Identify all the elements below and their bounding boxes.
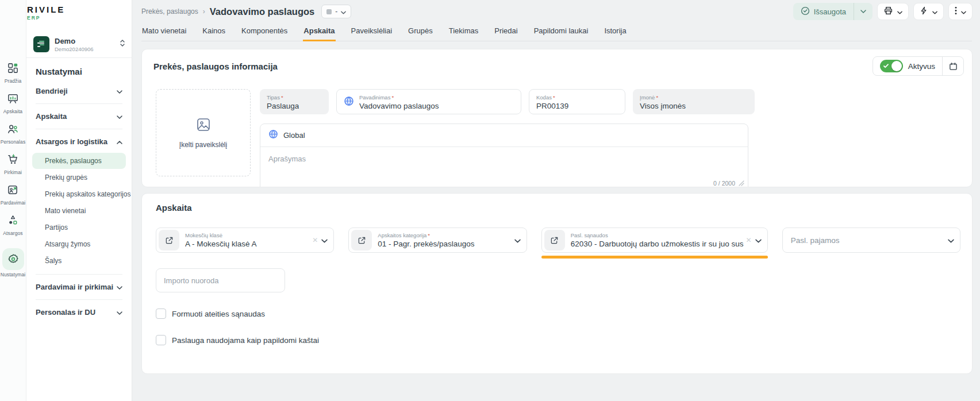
chevron-down-icon	[117, 87, 122, 95]
chevron-down-icon	[514, 235, 521, 245]
tab-tiekimas[interactable]: Tiekimas	[448, 24, 479, 41]
checkbox-label: Paslauga naudojama kaip papildomi kaštai	[172, 336, 319, 345]
chevron-down-icon	[755, 235, 762, 245]
globe-icon	[268, 129, 278, 141]
rail-item-nustatymai[interactable]: Nustatymai	[0, 248, 26, 277]
sidebar-item-salys[interactable]: Šalys	[32, 253, 126, 269]
cart-icon	[7, 153, 19, 168]
required-star: *	[553, 94, 555, 101]
more-menu-button[interactable]	[948, 3, 973, 20]
sidebar-group-atsargos-ir-logistika[interactable]: Atsargos ir logistika	[26, 130, 132, 153]
kodas-field[interactable]: Kodas* PR00139	[529, 89, 625, 114]
external-link-button[interactable]	[159, 230, 179, 250]
description-language-row[interactable]: Global	[260, 124, 748, 147]
description-textarea[interactable]: Aprašymas	[260, 147, 748, 177]
description-placeholder: Aprašymas	[268, 155, 306, 163]
select-placeholder: Pasl. pajamos	[785, 236, 944, 245]
mokesciu-klase-select[interactable]: Mokesčių klasė A - Mokesčių klasė A ✕	[156, 228, 334, 253]
tab-priedai[interactable]: Priedai	[494, 24, 518, 41]
sidebar-item-prekes-paslaugos[interactable]: Prekės, paslaugos	[32, 153, 126, 169]
tab-apskaita[interactable]: Apskaita	[303, 24, 335, 41]
rail-item-personalas[interactable]: Personalas	[0, 123, 26, 153]
external-link-button[interactable]	[544, 230, 565, 250]
rail-item-atsargos[interactable]: Atsargos	[0, 214, 26, 245]
chart-board-icon	[7, 92, 19, 107]
rail-label: Atsargos	[3, 230, 22, 236]
tab-papildomi-laukai[interactable]: Papildomi laukai	[533, 24, 589, 41]
field-label: Įmonė	[640, 94, 655, 101]
swatch-icon	[326, 9, 332, 14]
tab-bar: Mato vienetai Kainos Komponentės Apskait…	[141, 24, 972, 41]
sidebar-item-mato-vienetai[interactable]: Mato vienetai	[32, 203, 126, 219]
sidebar-group-personalas-ir-du[interactable]: Personalas ir DU	[26, 301, 132, 323]
rail-item-pradzia[interactable]: Pradžia	[0, 62, 26, 92]
highlight-underline	[541, 256, 768, 259]
calendar-button[interactable]	[943, 56, 963, 76]
mokesciu-klase-column: Mokesčių klasė A - Mokesčių klasė A ✕	[156, 228, 334, 259]
external-link-button[interactable]	[351, 230, 372, 250]
pasl-sanaudos-column: Pasl. sąnaudos 62030 - Darbuotojų darbo …	[541, 228, 768, 259]
brand-name: RIVILE	[27, 5, 65, 14]
clear-icon[interactable]: ✕	[312, 236, 318, 244]
chevron-down-icon	[321, 235, 328, 245]
clear-icon[interactable]: ✕	[746, 236, 752, 244]
printer-icon	[883, 6, 893, 18]
active-toggle[interactable]	[880, 60, 903, 72]
imone-field[interactable]: Įmonė* Visos įmonės	[633, 89, 755, 114]
globe-icon	[344, 96, 354, 109]
rail-label: Pirkimai	[4, 169, 22, 175]
checkbox-icon[interactable]	[156, 309, 166, 319]
kebab-menu-icon	[955, 6, 957, 17]
dashboard-icon	[7, 62, 19, 76]
rail-item-pirkimai[interactable]: Pirkimai	[0, 153, 26, 184]
tab-grupes[interactable]: Grupės	[408, 24, 433, 41]
sidebar-group-apskaita[interactable]: Apskaita	[26, 105, 132, 128]
pavadinimas-field[interactable]: Pavadinimas* Vadovavimo paslaugos	[336, 89, 521, 114]
breadcrumb-separator: ›	[203, 7, 205, 16]
tab-istorija[interactable]: Istorija	[604, 24, 627, 41]
pasl-sanaudos-select[interactable]: Pasl. sąnaudos 62030 - Darbuotojų darbo …	[541, 228, 768, 253]
image-upload-dropzone[interactable]: Įkelti paveikslėlį	[156, 89, 251, 176]
sidebar-item-prekiu-grupes[interactable]: Prekių grupės	[32, 169, 126, 186]
tab-kainos[interactable]: Kainos	[202, 24, 226, 41]
check-icon	[883, 64, 889, 68]
apskaitos-kategorija-select[interactable]: Apskaitos kategorija* 01 - Pagr. prekės/…	[348, 228, 526, 253]
checkbox-icon[interactable]	[156, 335, 166, 345]
field-label: Pavadinimas	[359, 94, 390, 101]
rail-label: Apskaita	[3, 109, 22, 114]
paslauga-papildomi-kastai-checkbox-row[interactable]: Paslauga naudojama kaip papildomi kaštai	[156, 335, 960, 345]
tab-paveiksleliai[interactable]: Paveikslėliai	[351, 24, 393, 41]
chevron-down-icon	[932, 6, 937, 17]
description-language: Global	[283, 131, 305, 140]
sidebar-item-atsargu-zymos[interactable]: Atsargų žymos	[32, 236, 126, 252]
people-icon	[7, 123, 19, 137]
print-button[interactable]	[877, 3, 909, 20]
importo-nuoroda-input[interactable]	[156, 268, 285, 292]
save-button[interactable]: Išsaugota	[793, 3, 873, 20]
pasl-pajamos-select[interactable]: Pasl. pajamos	[782, 228, 960, 253]
actions-button[interactable]	[913, 3, 944, 20]
sidebar-item-partijos[interactable]: Partijos	[32, 219, 126, 236]
group-label: Bendrieji	[36, 87, 68, 95]
tipas-field[interactable]: Tipas* Paslauga	[260, 89, 329, 114]
tab-komponentes[interactable]: Komponentės	[241, 24, 288, 41]
field-value: Paslauga	[267, 102, 299, 110]
breadcrumb[interactable]: Prekės, paslaugos	[141, 7, 198, 16]
rail-item-pardavimai[interactable]: Pardavimai	[0, 184, 26, 214]
sidebar-item-prekiu-apskaitos-kategorijos[interactable]: Prekių apskaitos kategorijos	[32, 186, 126, 202]
rail-item-apskaita[interactable]: Apskaita	[0, 92, 26, 123]
save-dropdown-button[interactable]	[854, 3, 873, 20]
formuoti-ateities-sanaudas-checkbox-row[interactable]: Formuoti ateities sąnaudas	[156, 309, 960, 319]
sidebar-group-pardavimai-ir-pirkimai[interactable]: Pardavimai ir pirkimai	[26, 276, 132, 298]
field-value: 01 - Pagr. prekės/paslaugos	[378, 240, 510, 248]
card-title: Apskaita	[156, 203, 960, 213]
tab-mato-vienetai[interactable]: Mato vienetai	[141, 24, 187, 41]
resize-grip-icon[interactable]	[739, 178, 744, 187]
account-switcher[interactable]: Demo Demo20240906	[26, 31, 132, 57]
check-circle-icon	[801, 6, 810, 17]
up-down-chevron-icon	[119, 39, 126, 49]
sidebar-group-bendrieji[interactable]: Bendrieji	[26, 80, 132, 102]
field-label: Apskaitos kategorija	[378, 232, 426, 238]
chevron-down-icon	[948, 235, 954, 245]
title-dropdown[interactable]: -	[321, 5, 351, 18]
